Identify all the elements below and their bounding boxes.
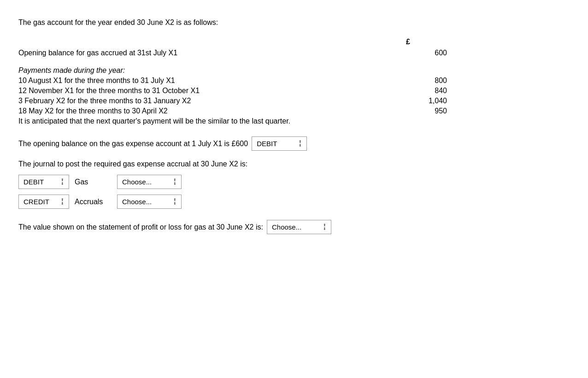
journal-debit-amount-value: Choose... bbox=[122, 178, 152, 186]
dropdown-arrow-debit-type bbox=[61, 178, 64, 186]
may-label: 18 May X2 for the three months to 30 Apr… bbox=[18, 107, 410, 115]
sort-arrows-icon-credit-amount bbox=[173, 198, 176, 206]
may-row: 18 May X2 for the three months to 30 Apr… bbox=[18, 107, 447, 115]
february-row: 3 February X2 for the three months to 31… bbox=[18, 97, 447, 105]
final-statement-row: The value shown on the statement of prof… bbox=[18, 220, 447, 234]
journal-credit-amount-dropdown[interactable]: Choose... bbox=[117, 195, 182, 209]
dropdown-arrow-opening bbox=[299, 140, 302, 148]
february-label: 3 February X2 for the three months to 31… bbox=[18, 97, 410, 105]
journal-debit-account-label: Gas bbox=[75, 178, 112, 186]
august-value: 800 bbox=[410, 77, 447, 85]
journal-credit-type-dropdown[interactable]: CREDIT bbox=[18, 195, 69, 209]
final-value-dropdown[interactable]: Choose... bbox=[267, 220, 331, 234]
currency-header: £ bbox=[373, 38, 410, 46]
payments-heading-row: Payments made during the year: bbox=[18, 66, 447, 75]
may-value: 950 bbox=[410, 107, 447, 115]
sort-arrows-icon-final bbox=[323, 224, 326, 231]
account-row-opening: Opening balance for gas accrued at 31st … bbox=[18, 49, 447, 57]
debit-credit-dropdown-opening-value: DEBIT bbox=[257, 140, 277, 148]
final-statement-text: The value shown on the statement of prof… bbox=[18, 223, 263, 231]
journal-credit-type-value: CREDIT bbox=[24, 198, 49, 206]
dropdown-arrow-debit-amount bbox=[173, 178, 176, 186]
anticipation-label: It is anticipated that the next quarter'… bbox=[18, 117, 410, 125]
dropdown-arrow-credit-type bbox=[61, 198, 64, 206]
opening-balance-statement-row: The opening balance on the gas expense a… bbox=[18, 136, 447, 151]
opening-balance-value: 600 bbox=[410, 49, 447, 57]
payments-heading-label: Payments made during the year: bbox=[18, 66, 410, 75]
journal-credit-account-label: Accruals bbox=[75, 198, 112, 206]
main-content: The gas account for the year ended 30 Ju… bbox=[14, 9, 452, 243]
intro-text: The gas account for the year ended 30 Ju… bbox=[18, 18, 447, 27]
account-table: £ Opening balance for gas accrued at 31s… bbox=[18, 38, 447, 125]
journal-heading: The journal to post the required gas exp… bbox=[18, 160, 447, 168]
august-label: 10 August X1 for the three months to 31 … bbox=[18, 77, 410, 85]
journal-row-debit: DEBIT Gas Choose... bbox=[18, 175, 447, 189]
february-value: 1,040 bbox=[410, 97, 447, 105]
journal-debit-type-dropdown[interactable]: DEBIT bbox=[18, 175, 69, 189]
november-row: 12 November X1 for the three months to 3… bbox=[18, 87, 447, 95]
sort-arrows-icon bbox=[299, 140, 302, 148]
dropdown-arrow-final bbox=[323, 224, 326, 231]
journal-credit-amount-value: Choose... bbox=[122, 198, 152, 206]
opening-balance-label: Opening balance for gas accrued at 31st … bbox=[18, 49, 410, 57]
sort-arrows-icon-debit-type bbox=[61, 178, 64, 186]
journal-debit-type-value: DEBIT bbox=[24, 178, 44, 186]
final-value-dropdown-value: Choose... bbox=[272, 223, 301, 231]
opening-balance-statement-text: The opening balance on the gas expense a… bbox=[18, 140, 248, 148]
august-row: 10 August X1 for the three months to 31 … bbox=[18, 77, 447, 85]
anticipation-row: It is anticipated that the next quarter'… bbox=[18, 117, 447, 125]
journal-debit-amount-dropdown[interactable]: Choose... bbox=[117, 175, 182, 189]
sort-arrows-icon-debit-amount bbox=[173, 178, 176, 186]
debit-credit-dropdown-opening[interactable]: DEBIT bbox=[252, 136, 307, 151]
journal-rows-container: DEBIT Gas Choose... CREDIT Accrual bbox=[18, 175, 447, 209]
november-label: 12 November X1 for the three months to 3… bbox=[18, 87, 410, 95]
spacer-row bbox=[18, 59, 447, 66]
november-value: 840 bbox=[410, 87, 447, 95]
dropdown-arrow-credit-amount bbox=[173, 198, 176, 206]
journal-row-credit: CREDIT Accruals Choose... bbox=[18, 195, 447, 209]
sort-arrows-icon-credit-type bbox=[61, 198, 64, 206]
